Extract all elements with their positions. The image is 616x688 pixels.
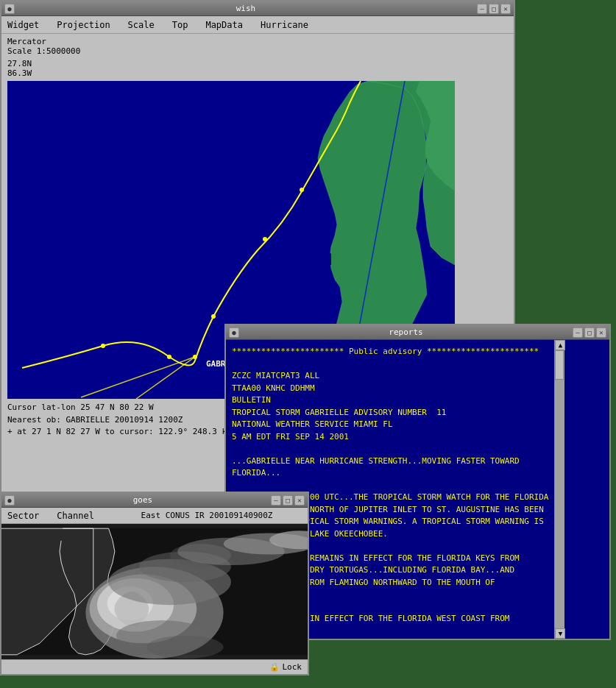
close-button-left[interactable]: ● [4, 4, 15, 14]
goes-max[interactable]: □ [283, 495, 293, 506]
goes-header-text: East CONUS IR 200109140900Z [109, 511, 305, 520]
goes-bottom-bar: 🔒 Lock [1, 659, 308, 674]
goes-menu-channel[interactable]: Channel [54, 509, 97, 522]
lock-label: Lock [283, 662, 302, 672]
close-button[interactable]: ✕ [500, 4, 511, 14]
scroll-up-arrow[interactable]: ▲ [555, 340, 565, 350]
reports-controls-right[interactable]: – □ ✕ [573, 327, 606, 338]
scale-value: Scale 1:5000000 [7, 46, 508, 56]
goes-menu-sector[interactable]: Sector [4, 509, 42, 522]
reports-controls-left[interactable]: ● [229, 327, 239, 338]
menu-hurricane[interactable]: Hurricane [258, 18, 311, 32]
menu-top[interactable]: Top [169, 18, 191, 32]
reports-close-left[interactable]: ● [229, 327, 239, 338]
menu-widget[interactable]: Widget [4, 18, 42, 32]
goes-image-area [1, 524, 308, 659]
svg-line-7 [81, 357, 195, 397]
svg-line-8 [136, 357, 195, 399]
svg-point-6 [300, 188, 304, 192]
projection-type: Mercator [7, 37, 508, 46]
main-menu-bar: Widget Projection Scale Top MapData Hurr… [1, 16, 514, 34]
lock-icon: 🔒 [269, 662, 280, 672]
svg-point-4 [211, 314, 216, 319]
coordinates: 27.8N86.3W [7, 59, 508, 78]
main-title-bar: ● wish – □ ✕ [1, 1, 514, 16]
minimize-button[interactable]: – [477, 4, 487, 14]
goes-min[interactable]: – [271, 495, 281, 506]
goes-title: goes [15, 495, 271, 505]
goes-controls-left[interactable]: ● [4, 495, 15, 506]
main-window-controls-right[interactable]: – □ ✕ [477, 4, 511, 14]
svg-point-2 [167, 355, 171, 359]
main-window-controls-left[interactable]: ● [4, 4, 15, 14]
goes-controls-right[interactable]: – □ ✕ [271, 495, 305, 506]
coord-info: 27.8N86.3W [1, 59, 514, 81]
reports-title-bar: ● reports – □ ✕ [226, 325, 609, 340]
reports-close[interactable]: ✕ [596, 327, 606, 338]
reports-max[interactable]: □ [584, 327, 595, 338]
main-window-title: wish [15, 4, 477, 13]
goes-menu-bar: Sector Channel East CONUS IR 20010914090… [1, 508, 308, 524]
scroll-track[interactable] [555, 350, 564, 628]
goes-close[interactable]: ✕ [294, 495, 305, 506]
projection-info: Mercator Scale 1:5000000 [1, 34, 514, 59]
reports-min[interactable]: – [573, 327, 583, 338]
menu-scale[interactable]: Scale [125, 18, 157, 32]
menu-projection[interactable]: Projection [54, 18, 113, 32]
reports-scrollbar[interactable]: ▲ ▼ [554, 340, 564, 639]
scroll-down-arrow[interactable]: ▼ [555, 628, 565, 639]
goes-close-left[interactable]: ● [4, 495, 15, 506]
goes-title-bar: ● goes – □ ✕ [1, 493, 308, 508]
lock-button[interactable]: 🔒 Lock [269, 662, 302, 672]
maximize-button[interactable]: □ [489, 4, 499, 14]
svg-point-1 [101, 344, 105, 348]
scroll-thumb[interactable] [555, 350, 564, 380]
svg-point-5 [263, 237, 267, 241]
svg-point-22 [147, 636, 224, 659]
menu-mapdata[interactable]: MapData [202, 18, 246, 32]
goes-satellite-image [1, 524, 308, 659]
goes-window: ● goes – □ ✕ Sector Channel East CONUS I… [0, 492, 309, 675]
reports-title: reports [239, 327, 573, 337]
